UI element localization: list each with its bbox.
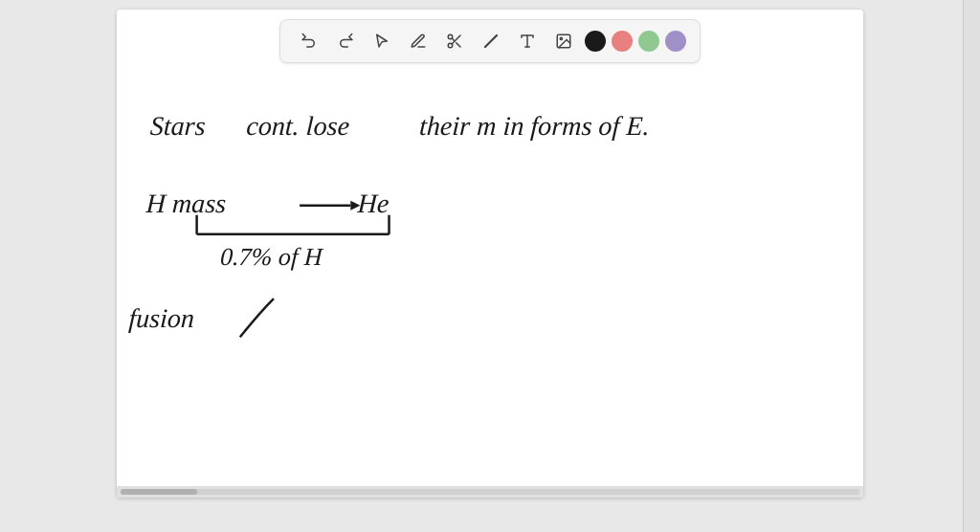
svg-line-3 xyxy=(457,43,460,47)
handwriting-canvas: Stars cont. lose their m in forms of E. … xyxy=(117,63,863,486)
highlighter-button[interactable] xyxy=(476,26,506,56)
pen-button[interactable] xyxy=(403,26,434,56)
app-container: Stars cont. lose their m in forms of E. … xyxy=(0,0,980,532)
svg-text:their m in forms of E.: their m in forms of E. xyxy=(418,111,650,141)
scrollbar-track xyxy=(121,489,859,495)
tools-button[interactable] xyxy=(439,26,470,56)
canvas-area: Stars cont. lose their m in forms of E. … xyxy=(0,0,980,532)
svg-line-4 xyxy=(452,38,455,41)
scrollbar-thumb[interactable] xyxy=(121,489,197,495)
svg-text:0.7% of H: 0.7% of H xyxy=(219,243,324,271)
drawing-content: Stars cont. lose their m in forms of E. … xyxy=(117,63,863,486)
horizontal-scrollbar[interactable] xyxy=(117,486,863,498)
svg-text:H mass: H mass xyxy=(145,188,227,218)
svg-text:He: He xyxy=(356,188,390,218)
whiteboard: Stars cont. lose their m in forms of E. … xyxy=(117,10,863,498)
color-purple[interactable] xyxy=(665,31,686,52)
svg-text:fusion: fusion xyxy=(128,303,195,333)
redo-button[interactable] xyxy=(330,26,361,56)
text-button[interactable] xyxy=(512,26,543,56)
svg-text:cont. lose: cont. lose xyxy=(246,111,350,141)
svg-point-9 xyxy=(560,37,562,39)
toolbar xyxy=(279,19,701,63)
undo-button[interactable] xyxy=(294,26,324,56)
color-black[interactable] xyxy=(585,31,606,52)
select-button[interactable] xyxy=(367,26,397,56)
svg-text:Stars: Stars xyxy=(149,111,206,141)
right-panel xyxy=(963,0,980,532)
image-button[interactable] xyxy=(548,26,579,56)
color-pink[interactable] xyxy=(612,31,633,52)
svg-line-5 xyxy=(485,35,497,47)
color-green[interactable] xyxy=(638,31,659,52)
